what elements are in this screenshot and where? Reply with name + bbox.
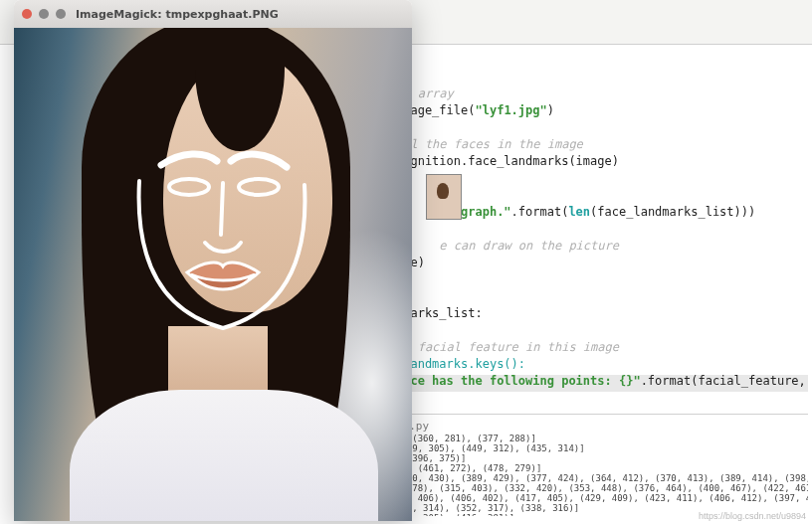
console-line: (459, 305), (449, 312), (435, 314)]	[396, 443, 585, 453]
console-line: 3), (461, 272), (478, 279)]	[396, 463, 541, 473]
viewer-app-name: ImageMagick:	[76, 8, 162, 21]
code-text: (face_landmarks_list)))	[590, 205, 755, 219]
floating-thumbnail[interactable]	[426, 174, 462, 220]
viewer-canvas[interactable]	[14, 28, 412, 521]
console-line: , 378), (315, 403), (332, 420), (353, 44…	[396, 483, 808, 493]
console-line: (390, 430), (389, 429), (377, 424), (364…	[396, 473, 808, 483]
console-line: 487, 305), (416, 381)]	[396, 513, 514, 516]
console-line: ), (360, 281), (377, 288)]	[396, 434, 536, 443]
console-line: 364, 314), (352, 317), (338, 316)]	[396, 503, 579, 513]
console-line: 97, 406), (406, 402), (417, 405), (429, …	[396, 493, 808, 503]
code-comment: all the faces in the image	[396, 137, 583, 151]
code-keyword: len	[568, 205, 590, 219]
watermark-text: https://blog.csdn.net/u9894	[699, 511, 806, 521]
maximize-icon[interactable]	[56, 9, 66, 19]
code-string: "lyf1.jpg"	[475, 103, 546, 117]
viewer-titlebar[interactable]: ImageMagick: tmpexpghaat.PNG	[14, 0, 412, 29]
code-string: face has the following points: {}"	[396, 374, 641, 388]
photo-subject-shape	[70, 390, 378, 521]
code-comment: t e can draw on the picture	[396, 239, 619, 253]
code-text: .format(	[511, 205, 569, 219]
window-controls	[22, 9, 66, 19]
code-text: )	[547, 103, 554, 117]
code-comment: ch facial feature in this image	[396, 340, 619, 354]
minimize-icon[interactable]	[39, 9, 49, 19]
code-editor[interactable]: py array image_file("lyf1.jpg") all the …	[396, 86, 808, 390]
image-viewer-window[interactable]: ImageMagick: tmpexpghaat.PNG	[14, 0, 412, 521]
code-text: .format(facial_feature, fa	[641, 374, 812, 388]
code-text: cognition.face_landmarks(image)	[396, 154, 619, 168]
close-icon[interactable]	[22, 9, 32, 19]
viewer-file-name: tmpexpghaat.PNG	[165, 8, 278, 21]
console-output[interactable]: ), (360, 281), (377, 288)] (459, 305), (…	[396, 434, 808, 516]
code-method: _landmarks.keys():	[396, 357, 525, 371]
